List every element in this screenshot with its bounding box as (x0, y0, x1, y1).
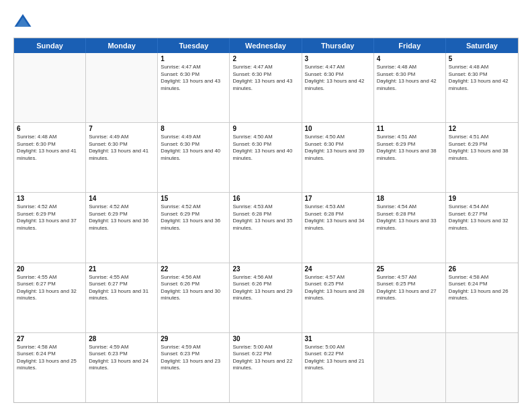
cell-info: Sunrise: 4:59 AM Sunset: 6:23 PM Dayligh… (89, 344, 154, 372)
calendar: SundayMondayTuesdayWednesdayThursdayFrid… (13, 38, 519, 403)
calendar-cell: 2Sunrise: 4:47 AM Sunset: 6:30 PM Daylig… (230, 53, 302, 122)
day-number: 29 (161, 335, 226, 342)
day-number: 9 (232, 125, 298, 132)
day-number: 24 (305, 265, 371, 273)
calendar-cell: 29Sunrise: 4:59 AM Sunset: 6:23 PM Dayli… (158, 333, 230, 402)
calendar-cell: 4Sunrise: 4:48 AM Sunset: 6:30 PM Daylig… (374, 53, 446, 122)
cell-info: Sunrise: 4:47 AM Sunset: 6:30 PM Dayligh… (161, 64, 226, 92)
weekday-header: Friday (374, 38, 446, 53)
cell-info: Sunrise: 4:48 AM Sunset: 6:30 PM Dayligh… (449, 64, 515, 92)
day-number: 30 (232, 335, 298, 342)
cell-info: Sunrise: 4:58 AM Sunset: 6:24 PM Dayligh… (449, 274, 515, 302)
calendar-cell: 8Sunrise: 4:49 AM Sunset: 6:30 PM Daylig… (158, 123, 230, 192)
day-number: 22 (161, 265, 226, 273)
page: SundayMondayTuesdayWednesdayThursdayFrid… (0, 0, 532, 411)
calendar-header: SundayMondayTuesdayWednesdayThursdayFrid… (14, 38, 518, 53)
calendar-cell: 6Sunrise: 4:48 AM Sunset: 6:30 PM Daylig… (14, 123, 86, 192)
calendar-cell: 20Sunrise: 4:55 AM Sunset: 6:27 PM Dayli… (14, 263, 86, 332)
calendar-cell: 22Sunrise: 4:56 AM Sunset: 6:26 PM Dayli… (158, 263, 230, 332)
calendar-cell: 26Sunrise: 4:58 AM Sunset: 6:24 PM Dayli… (446, 263, 518, 332)
cell-info: Sunrise: 4:52 AM Sunset: 6:29 PM Dayligh… (161, 203, 226, 232)
cell-info: Sunrise: 4:54 AM Sunset: 6:28 PM Dayligh… (377, 203, 443, 232)
calendar-cell: 3Sunrise: 4:47 AM Sunset: 6:30 PM Daylig… (302, 53, 374, 122)
cell-info: Sunrise: 4:53 AM Sunset: 6:28 PM Dayligh… (305, 203, 371, 232)
weekday-header: Saturday (446, 38, 518, 53)
day-number: 19 (449, 195, 515, 202)
cell-info: Sunrise: 4:57 AM Sunset: 6:25 PM Dayligh… (305, 274, 371, 302)
calendar-cell: 10Sunrise: 4:50 AM Sunset: 6:30 PM Dayli… (302, 123, 374, 192)
calendar-cell: 15Sunrise: 4:52 AM Sunset: 6:29 PM Dayli… (158, 193, 230, 262)
calendar-cell: 30Sunrise: 5:00 AM Sunset: 6:22 PM Dayli… (230, 333, 302, 402)
cell-info: Sunrise: 4:51 AM Sunset: 6:29 PM Dayligh… (377, 134, 443, 162)
calendar-week: 6Sunrise: 4:48 AM Sunset: 6:30 PM Daylig… (14, 122, 518, 192)
cell-info: Sunrise: 4:51 AM Sunset: 6:29 PM Dayligh… (449, 134, 515, 162)
day-number: 11 (377, 125, 443, 132)
calendar-cell (374, 333, 446, 402)
cell-info: Sunrise: 4:54 AM Sunset: 6:27 PM Dayligh… (449, 203, 515, 232)
calendar-cell: 28Sunrise: 4:59 AM Sunset: 6:23 PM Dayli… (86, 333, 158, 402)
cell-info: Sunrise: 5:00 AM Sunset: 6:22 PM Dayligh… (232, 344, 298, 372)
day-number: 13 (17, 195, 83, 202)
calendar-week: 1Sunrise: 4:47 AM Sunset: 6:30 PM Daylig… (14, 53, 518, 122)
cell-info: Sunrise: 4:56 AM Sunset: 6:26 PM Dayligh… (232, 274, 298, 302)
calendar-cell: 17Sunrise: 4:53 AM Sunset: 6:28 PM Dayli… (302, 193, 374, 262)
cell-info: Sunrise: 4:59 AM Sunset: 6:23 PM Dayligh… (161, 344, 226, 372)
day-number: 16 (232, 195, 298, 202)
day-number: 17 (305, 195, 371, 202)
cell-info: Sunrise: 4:49 AM Sunset: 6:30 PM Dayligh… (89, 134, 154, 162)
calendar-week: 20Sunrise: 4:55 AM Sunset: 6:27 PM Dayli… (14, 263, 518, 332)
header (13, 12, 519, 31)
day-number: 7 (89, 125, 154, 132)
day-number: 27 (17, 335, 83, 342)
day-number: 2 (232, 55, 298, 62)
cell-info: Sunrise: 4:48 AM Sunset: 6:30 PM Dayligh… (17, 134, 83, 162)
cell-info: Sunrise: 4:49 AM Sunset: 6:30 PM Dayligh… (161, 134, 226, 162)
calendar-cell: 19Sunrise: 4:54 AM Sunset: 6:27 PM Dayli… (446, 193, 518, 262)
logo (13, 12, 35, 31)
calendar-cell: 5Sunrise: 4:48 AM Sunset: 6:30 PM Daylig… (446, 53, 518, 122)
weekday-header: Monday (86, 38, 158, 53)
cell-info: Sunrise: 4:48 AM Sunset: 6:30 PM Dayligh… (377, 64, 443, 92)
calendar-cell: 12Sunrise: 4:51 AM Sunset: 6:29 PM Dayli… (446, 123, 518, 192)
day-number: 31 (305, 335, 371, 342)
calendar-cell: 18Sunrise: 4:54 AM Sunset: 6:28 PM Dayli… (374, 193, 446, 262)
calendar-cell: 23Sunrise: 4:56 AM Sunset: 6:26 PM Dayli… (230, 263, 302, 332)
logo-icon (13, 12, 32, 31)
calendar-cell: 1Sunrise: 4:47 AM Sunset: 6:30 PM Daylig… (158, 53, 230, 122)
weekday-header: Tuesday (158, 38, 230, 53)
weekday-header: Sunday (14, 38, 86, 53)
weekday-header: Thursday (302, 38, 374, 53)
day-number: 8 (161, 125, 226, 132)
cell-info: Sunrise: 4:47 AM Sunset: 6:30 PM Dayligh… (232, 64, 298, 92)
day-number: 12 (449, 125, 515, 132)
cell-info: Sunrise: 4:58 AM Sunset: 6:24 PM Dayligh… (17, 344, 83, 372)
cell-info: Sunrise: 4:47 AM Sunset: 6:30 PM Dayligh… (305, 64, 371, 92)
day-number: 21 (89, 265, 154, 273)
cell-info: Sunrise: 4:55 AM Sunset: 6:27 PM Dayligh… (89, 274, 154, 302)
day-number: 1 (161, 55, 226, 62)
cell-info: Sunrise: 4:57 AM Sunset: 6:25 PM Dayligh… (377, 274, 443, 302)
calendar-cell: 27Sunrise: 4:58 AM Sunset: 6:24 PM Dayli… (14, 333, 86, 402)
cell-info: Sunrise: 4:55 AM Sunset: 6:27 PM Dayligh… (17, 274, 83, 302)
day-number: 25 (377, 265, 443, 273)
weekday-header: Wednesday (230, 38, 302, 53)
calendar-cell: 14Sunrise: 4:52 AM Sunset: 6:29 PM Dayli… (86, 193, 158, 262)
calendar-cell: 24Sunrise: 4:57 AM Sunset: 6:25 PM Dayli… (302, 263, 374, 332)
cell-info: Sunrise: 4:52 AM Sunset: 6:29 PM Dayligh… (89, 203, 154, 232)
cell-info: Sunrise: 4:53 AM Sunset: 6:28 PM Dayligh… (232, 203, 298, 232)
cell-info: Sunrise: 4:56 AM Sunset: 6:26 PM Dayligh… (161, 274, 226, 302)
calendar-cell: 21Sunrise: 4:55 AM Sunset: 6:27 PM Dayli… (86, 263, 158, 332)
cell-info: Sunrise: 4:52 AM Sunset: 6:29 PM Dayligh… (17, 203, 83, 232)
day-number: 4 (377, 55, 443, 62)
cell-info: Sunrise: 5:00 AM Sunset: 6:22 PM Dayligh… (305, 344, 371, 372)
calendar-cell: 9Sunrise: 4:50 AM Sunset: 6:30 PM Daylig… (230, 123, 302, 192)
day-number: 28 (89, 335, 154, 342)
calendar-cell: 16Sunrise: 4:53 AM Sunset: 6:28 PM Dayli… (230, 193, 302, 262)
calendar-body: 1Sunrise: 4:47 AM Sunset: 6:30 PM Daylig… (14, 53, 518, 402)
calendar-cell: 7Sunrise: 4:49 AM Sunset: 6:30 PM Daylig… (86, 123, 158, 192)
day-number: 10 (305, 125, 371, 132)
day-number: 15 (161, 195, 226, 202)
calendar-cell: 31Sunrise: 5:00 AM Sunset: 6:22 PM Dayli… (302, 333, 374, 402)
day-number: 26 (449, 265, 515, 273)
day-number: 5 (449, 55, 515, 62)
